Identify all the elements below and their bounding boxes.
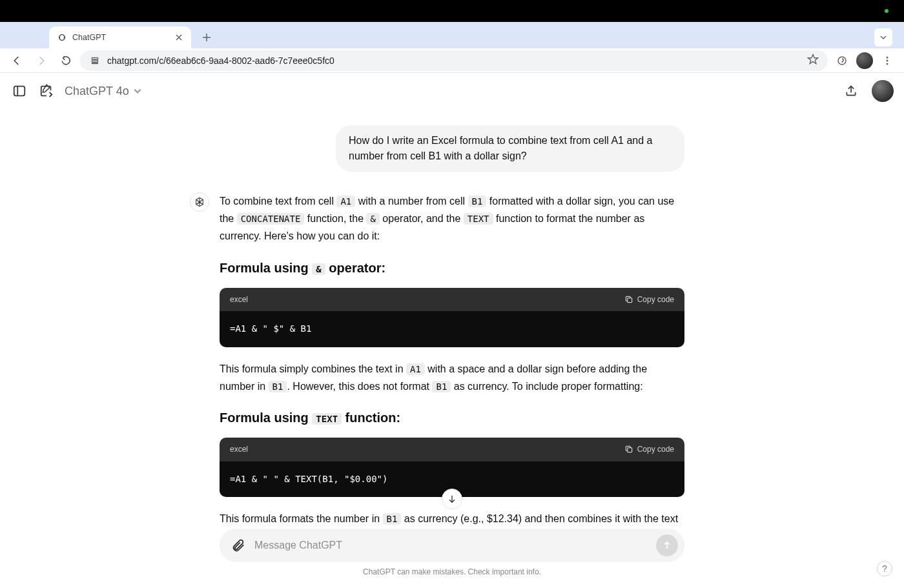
composer-area: Message ChatGPT ChatGPT can make mistake…: [220, 529, 684, 580]
message-input[interactable]: Message ChatGPT: [220, 529, 684, 562]
inline-code: A1: [336, 196, 355, 207]
scroll-to-bottom-button[interactable]: [442, 489, 462, 509]
code-block-header: excel Copy code: [220, 438, 684, 461]
browser-tab-strip: ChatGPT: [0, 22, 904, 48]
assistant-message-row: To combine text from cell A1 with a numb…: [220, 192, 684, 529]
address-bar[interactable]: chatgpt.com/c/66eab6c6-9aa4-8002-aad6-7c…: [80, 50, 828, 71]
browser-tab-active[interactable]: ChatGPT: [49, 26, 191, 48]
disclaimer-text: ChatGPT can make mistakes. Check importa…: [220, 567, 684, 576]
svg-point-6: [887, 59, 889, 61]
svg-rect-8: [14, 86, 25, 96]
section-heading-1: Formula using & operator:: [220, 257, 684, 279]
code-block-header: excel Copy code: [220, 288, 684, 311]
svg-rect-3: [92, 63, 98, 63]
forward-button[interactable]: [31, 50, 52, 71]
model-selector[interactable]: ChatGPT 4o: [65, 85, 142, 98]
svg-rect-11: [627, 448, 632, 452]
copy-code-button[interactable]: Copy code: [624, 293, 674, 306]
svg-point-4: [838, 57, 846, 65]
code-lang-label: excel: [230, 293, 248, 306]
new-tab-button[interactable]: [198, 28, 216, 46]
inline-code: B1: [432, 381, 451, 392]
code-block-1: excel Copy code =A1 & " $" & B1: [220, 288, 684, 347]
model-name: ChatGPT 4o: [65, 85, 129, 98]
inline-code: A1: [406, 363, 425, 375]
bookmark-star-icon[interactable]: [807, 54, 819, 67]
url-text: chatgpt.com/c/66eab6c6-9aa4-8002-aad6-7c…: [107, 56, 801, 66]
intro-paragraph: To combine text from cell A1 with a numb…: [220, 192, 684, 245]
inline-code: B1: [468, 196, 487, 207]
inline-code: &: [366, 213, 379, 225]
new-chat-icon[interactable]: [37, 82, 56, 100]
back-button[interactable]: [6, 50, 27, 71]
inline-code: &: [312, 263, 325, 275]
paperclip-icon: [231, 538, 245, 553]
app-header: ChatGPT 4o: [0, 73, 904, 109]
sidebar-toggle-icon[interactable]: [10, 82, 28, 100]
inline-code: B1: [269, 381, 287, 392]
os-titlebar: [0, 0, 904, 22]
code-lang-label: excel: [230, 443, 248, 456]
arrow-down-icon: [447, 494, 457, 504]
svg-rect-2: [92, 57, 98, 59]
attach-file-button[interactable]: [229, 536, 248, 555]
tab-list-dropdown[interactable]: [874, 28, 892, 46]
copy-icon: [624, 295, 633, 304]
chevron-down-icon: [133, 86, 142, 96]
section-heading-2: Formula using TEXT function:: [220, 407, 684, 429]
user-message-row: How do I write an Excel formula to combi…: [220, 125, 684, 172]
copy-code-button[interactable]: Copy code: [624, 443, 674, 456]
inline-code: TEXT: [312, 413, 342, 425]
svg-rect-10: [627, 298, 632, 302]
share-icon[interactable]: [842, 82, 860, 100]
svg-point-5: [887, 56, 889, 58]
browser-menu-icon[interactable]: [877, 50, 898, 71]
chat-scroll-area[interactable]: How do I write an Excel formula to combi…: [0, 109, 904, 529]
copy-icon: [624, 445, 633, 454]
input-placeholder: Message ChatGPT: [254, 540, 650, 551]
svg-point-7: [887, 63, 889, 65]
inline-code: B1: [383, 513, 402, 525]
tab-title: ChatGPT: [72, 33, 169, 42]
assistant-content: To combine text from cell A1 with a numb…: [220, 192, 684, 529]
browser-toolbar: chatgpt.com/c/66eab6c6-9aa4-8002-aad6-7c…: [0, 48, 904, 73]
outro-paragraph: This formula formats the number in B1 as…: [220, 510, 684, 529]
user-avatar[interactable]: [872, 80, 894, 102]
send-button[interactable]: [656, 534, 678, 556]
user-message: How do I write an Excel formula to combi…: [336, 125, 684, 172]
openai-favicon: [57, 32, 67, 43]
extension-icon[interactable]: [832, 50, 852, 71]
camera-indicator-dot: [885, 9, 889, 13]
assistant-avatar: [190, 192, 209, 212]
code-content: =A1 & " $" & B1: [220, 311, 684, 347]
close-tab-icon[interactable]: [174, 33, 183, 42]
inline-code: CONCATENATE: [237, 213, 305, 225]
browser-profile-avatar[interactable]: [856, 52, 873, 69]
mid-paragraph: This formula simply combines the text in…: [220, 360, 684, 395]
inline-code: TEXT: [464, 213, 493, 225]
site-info-icon[interactable]: [89, 56, 101, 66]
reload-button[interactable]: [56, 50, 76, 71]
help-button[interactable]: ?: [877, 561, 892, 576]
svg-rect-1: [92, 60, 98, 62]
openai-logo-icon: [194, 196, 205, 208]
arrow-up-icon: [662, 540, 672, 551]
